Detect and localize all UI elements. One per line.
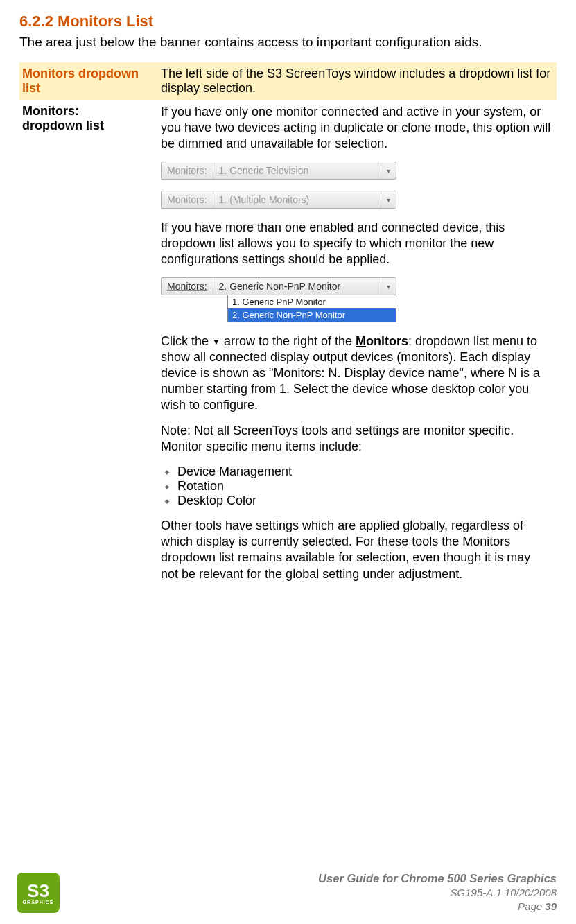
dropdown-value: 2. Generic Non-PnP Monitor: [213, 278, 381, 295]
dropdown[interactable]: Monitors: 2. Generic Non-PnP Monitor ▾: [161, 277, 396, 295]
footer-page-label: Page: [518, 900, 545, 912]
dropdown: Monitors: 1. Generic Television ▾: [161, 162, 396, 180]
row-content: The left side of the S3 ScreenToys windo…: [158, 62, 557, 100]
footer-docref: SG195-A.1 10/20/2008: [68, 886, 557, 900]
s3-logo: S3 GRAPHICS: [17, 873, 60, 913]
dropdown: Monitors: 1. (Multiple Monitors) ▾: [161, 191, 396, 209]
dropdown-label: Monitors:: [162, 278, 213, 295]
dropdown-label: Monitors:: [162, 191, 213, 208]
list-item: Rotation: [161, 479, 551, 494]
chevron-down-icon: ▾: [381, 191, 396, 208]
monitors-dropdown-disabled-1: Monitors: 1. Generic Television ▾: [161, 162, 551, 180]
row-content: If you have only one monitor connected a…: [158, 100, 557, 596]
section-heading: 6.2.2 Monitors List: [19, 12, 557, 30]
definition-table: Monitors dropdown list The left side of …: [19, 62, 557, 596]
monitors-dropdown-expanded: Monitors: 2. Generic Non-PnP Monitor ▾ 1…: [161, 277, 551, 322]
dropdown-value: 1. (Multiple Monitors): [213, 191, 381, 208]
paragraph: If you have more than one enabled and co…: [161, 220, 551, 268]
dropdown-option[interactable]: 1. Generic PnP Monitor: [228, 295, 396, 308]
paragraph: Click the ▼ arrow to the right of the Mo…: [161, 333, 551, 413]
dropdown-label: Monitors:: [162, 162, 213, 179]
dropdown-arrow-icon: ▼: [212, 337, 220, 347]
paragraph: Note: Not all ScreenToys tools and setti…: [161, 423, 551, 455]
dropdown-options: 1. Generic PnP Monitor 2. Generic Non-Pn…: [227, 295, 396, 322]
logo-text: S3: [27, 882, 49, 900]
bullet-text: Desktop Color: [177, 494, 256, 507]
table-row: Monitors: dropdown list If you have only…: [19, 100, 557, 596]
page-footer: S3 GRAPHICS User Guide for Chrome 500 Se…: [17, 871, 557, 913]
footer-text: User Guide for Chrome 500 Series Graphic…: [68, 871, 557, 913]
bullet-list: Device Management Rotation Desktop Color: [161, 464, 551, 508]
list-item: Desktop Color: [161, 494, 551, 508]
list-item: Device Management: [161, 464, 551, 479]
logo-subtext: GRAPHICS: [23, 900, 54, 905]
p3-rest-word: onitors: [366, 334, 408, 348]
chevron-down-icon[interactable]: ▾: [381, 278, 396, 295]
row-label: Monitors: dropdown list: [19, 100, 158, 596]
monitors-dropdown-disabled-2: Monitors: 1. (Multiple Monitors) ▾: [161, 191, 551, 209]
row2-label-rest: dropdown list: [22, 119, 104, 132]
section-intro: The area just below the banner contains …: [19, 35, 557, 50]
row-label: Monitors dropdown list: [19, 62, 158, 100]
bullet-text: Device Management: [177, 464, 292, 478]
footer-page: Page 39: [68, 900, 557, 914]
p3-underlined-m: M: [356, 334, 366, 348]
footer-page-number: 39: [545, 900, 557, 912]
paragraph: If you have only one monitor connected a…: [161, 104, 551, 152]
chevron-down-icon: ▾: [381, 162, 396, 179]
p3-part-a: Click the: [161, 334, 212, 348]
bullet-text: Rotation: [177, 479, 224, 493]
table-row: Monitors dropdown list The left side of …: [19, 62, 557, 100]
row1-text: The left side of the S3 ScreenToys windo…: [161, 67, 550, 95]
dropdown-option-selected[interactable]: 2. Generic Non-PnP Monitor: [228, 308, 396, 322]
footer-title: User Guide for Chrome 500 Series Graphic…: [68, 871, 557, 886]
paragraph: Other tools have settings which are appl…: [161, 518, 551, 582]
row2-label-underlined: Monitors:: [22, 104, 79, 118]
dropdown-value: 1. Generic Television: [213, 162, 381, 179]
p3-part-b: arrow to the right of the: [220, 334, 356, 348]
